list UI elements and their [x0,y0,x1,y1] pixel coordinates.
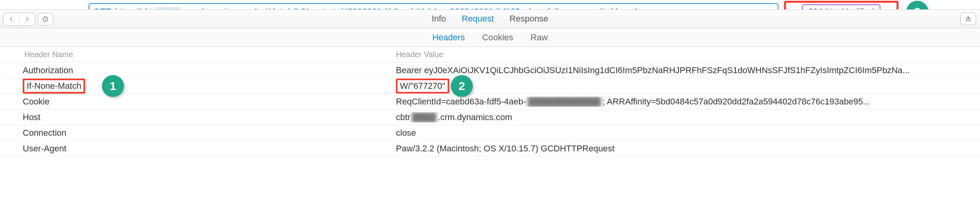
header-value: Bearer eyJ0eXAiOiJKV1QiLCJhbGciOiJSUzI1N… [380,65,980,75]
col-header-value: Header Value [380,50,980,59]
subtab-raw[interactable]: Raw [530,32,548,43]
subtab-cookies[interactable]: Cookies [482,32,513,43]
share-icon [965,16,971,22]
tab-info[interactable]: Info [432,14,446,24]
table-row[interactable]: If-None-MatchW/"677270"12 [0,78,980,94]
table-row[interactable]: CookieReqClientId=caebd63a-fdf5-4aeb-███… [0,94,980,110]
tab-request[interactable]: Request [462,14,494,24]
table-row[interactable]: AuthorizationBearer eyJ0eXAiOiJKV1QiLCJh… [0,63,980,78]
header-name: Authorization [0,65,380,75]
table-row[interactable]: User-AgentPaw/3.2.2 (Macintosh; OS X/10.… [0,141,980,156]
table-row[interactable]: Hostcbtr████.crm.dynamics.com [0,110,980,125]
highlight-box: W/"677270" [396,79,449,93]
header-name: Connection [0,128,380,138]
toolbar: InfoRequestResponse [0,9,980,28]
highlight-box: If-None-Match [23,79,85,93]
subtab-headers[interactable]: Headers [432,32,465,43]
col-header-name: Header Name [0,50,380,59]
header-name: If-None-Match [0,79,380,93]
header-value: close [380,128,980,138]
export-button[interactable] [960,13,976,25]
table-row[interactable]: Connectionclose [0,125,980,141]
header-value: cbtr████.crm.dynamics.com [380,112,980,122]
headers-table: Header Name Header Value AuthorizationBe… [0,47,980,156]
header-name: Cookie [0,97,380,107]
header-value: Paw/3.2.2 (Macintosh; OS X/10.15.7) GCDH… [380,144,980,154]
request-bar: GET https://cbtr░░░░.crm.dynamics.com/ap… [0,0,980,9]
table-header: Header Name Header Value [0,47,980,63]
main-tabs: InfoRequestResponse [0,10,980,28]
header-value: ReqClientId=caebd63a-fdf5-4aeb-█████████… [380,97,980,107]
header-name: Host [0,112,380,122]
sub-tabs: HeadersCookiesRaw [0,28,980,47]
header-name: User-Agent [0,144,380,154]
tab-response[interactable]: Response [510,14,548,24]
